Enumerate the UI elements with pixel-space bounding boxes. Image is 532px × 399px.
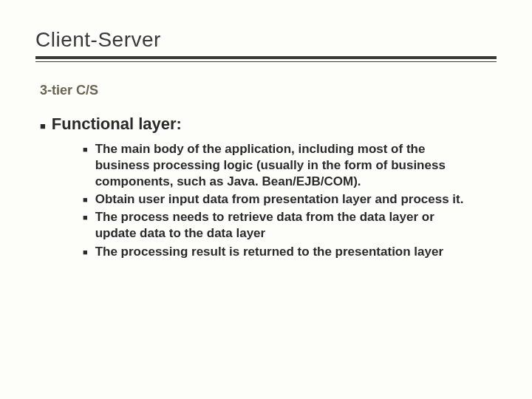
square-bullet-icon: ■ bbox=[83, 144, 88, 154]
square-bullet-icon: ■ bbox=[40, 120, 46, 132]
list-item: ■ The processing result is returned to t… bbox=[83, 244, 467, 260]
list-item: ■ The process needs to retrieve data fro… bbox=[83, 209, 467, 242]
section-header: ■ Functional layer: bbox=[35, 115, 497, 134]
list-item-text: The main body of the application, includ… bbox=[95, 141, 467, 190]
list-item: ■ The main body of the application, incl… bbox=[83, 141, 467, 190]
slide-subtitle: 3-tier C/S bbox=[35, 83, 497, 98]
list-item: ■ Obtain user input data from presentati… bbox=[83, 191, 467, 208]
list-item-text: The processing result is returned to the… bbox=[95, 244, 467, 260]
slide-title: Client-Server bbox=[35, 28, 497, 56]
section-header-label: Functional layer: bbox=[52, 115, 182, 134]
list-item-text: The process needs to retrieve data from … bbox=[95, 209, 467, 242]
bullet-list: ■ The main body of the application, incl… bbox=[35, 141, 497, 260]
square-bullet-icon: ■ bbox=[83, 212, 88, 222]
list-item-text: Obtain user input data from presentation… bbox=[95, 191, 467, 208]
square-bullet-icon: ■ bbox=[83, 194, 88, 205]
divider-thick bbox=[35, 56, 497, 59]
square-bullet-icon: ■ bbox=[83, 247, 88, 257]
divider-thin bbox=[35, 61, 497, 62]
